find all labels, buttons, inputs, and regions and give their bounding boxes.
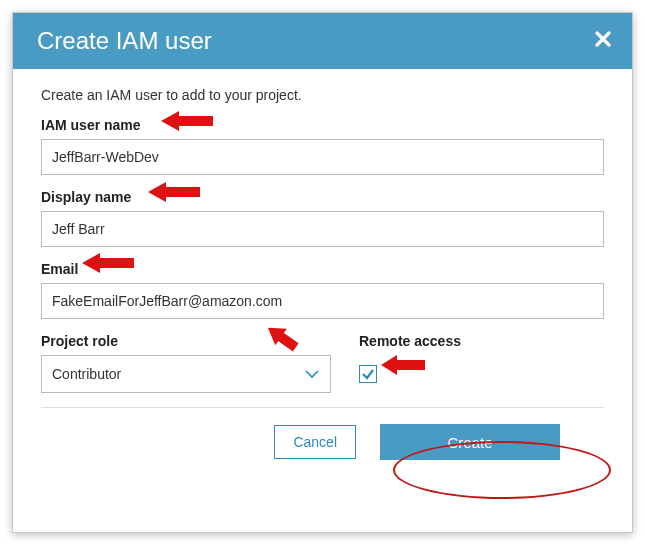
cancel-button[interactable]: Cancel xyxy=(274,425,356,459)
field-displayname: Display name xyxy=(41,189,604,247)
label-displayname: Display name xyxy=(41,189,604,205)
close-icon[interactable] xyxy=(594,28,612,54)
create-iam-user-dialog: Create IAM user Create an IAM user to ad… xyxy=(12,12,633,533)
dialog-footer: Cancel Create xyxy=(41,424,604,460)
input-displayname[interactable] xyxy=(41,211,604,247)
label-role: Project role xyxy=(41,333,331,349)
intro-text: Create an IAM user to add to your projec… xyxy=(41,87,604,103)
divider xyxy=(41,407,604,408)
checkbox-remote-access[interactable] xyxy=(359,365,377,383)
dialog-body: Create an IAM user to add to your projec… xyxy=(13,69,632,460)
input-username[interactable] xyxy=(41,139,604,175)
row-role-remote: Project role Contributor Remote access xyxy=(41,333,604,393)
label-remote-access: Remote access xyxy=(359,333,604,349)
field-remote-access: Remote access xyxy=(359,333,604,393)
select-role[interactable]: Contributor xyxy=(41,355,331,393)
label-email: Email xyxy=(41,261,604,277)
create-button[interactable]: Create xyxy=(380,424,560,460)
label-username: IAM user name xyxy=(41,117,604,133)
input-email[interactable] xyxy=(41,283,604,319)
select-role-value: Contributor xyxy=(52,366,121,382)
field-username: IAM user name xyxy=(41,117,604,175)
field-role: Project role Contributor xyxy=(41,333,331,393)
dialog-header: Create IAM user xyxy=(13,13,632,69)
dialog-title: Create IAM user xyxy=(37,27,212,55)
field-email: Email xyxy=(41,261,604,319)
